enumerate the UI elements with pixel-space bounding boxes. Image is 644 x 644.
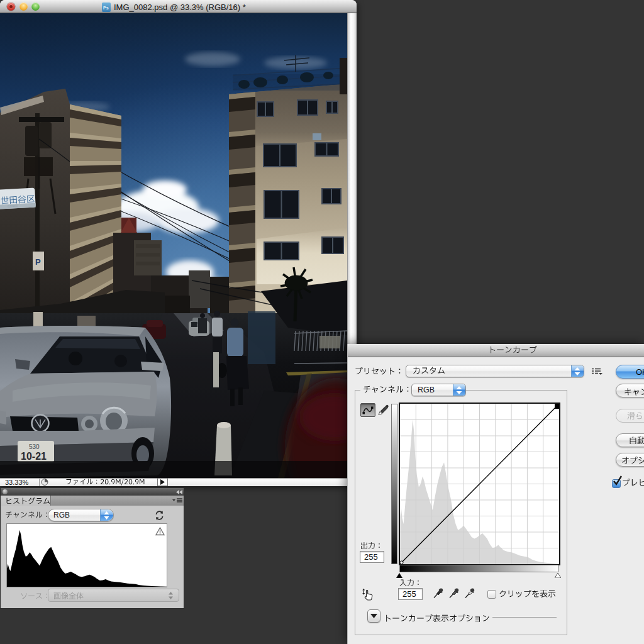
svg-text:P: P xyxy=(35,257,41,267)
svg-text:10-21: 10-21 xyxy=(21,451,47,462)
svg-text:530: 530 xyxy=(29,443,40,450)
